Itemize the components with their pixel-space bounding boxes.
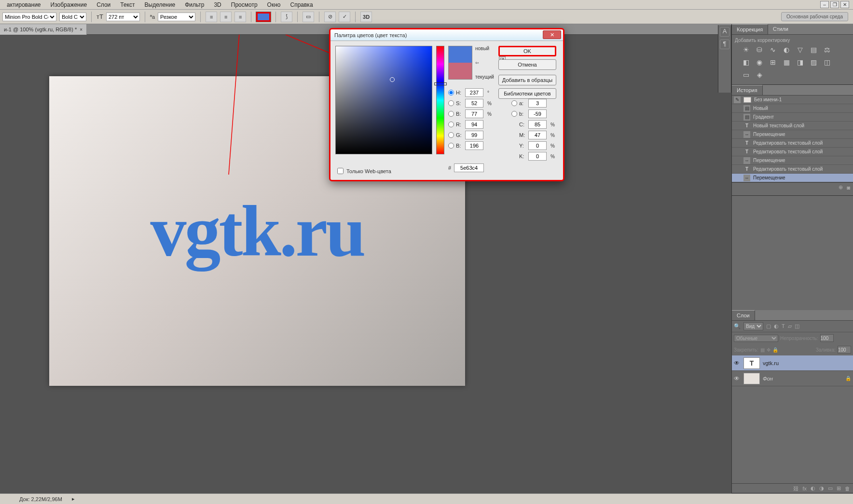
input-g[interactable] [465,131,483,139]
radio-bl[interactable] [448,143,454,149]
tab-layers[interactable]: Слои [732,310,755,320]
visibility-icon[interactable]: 👁 [734,360,741,367]
history-item[interactable]: TНовый текстовый слой [732,122,853,130]
bw-icon[interactable]: ◧ [742,58,750,66]
document-tab[interactable]: и-1 @ 100% (vgtk.ru, RGB/8) * × [0,24,87,35]
window-minimize-icon[interactable]: – [820,1,829,8]
selective-color-icon[interactable]: ◈ [755,71,764,79]
exposure-icon[interactable]: ◐ [782,46,791,54]
filter-smart-icon[interactable]: ◫ [795,323,799,329]
tab-styles[interactable]: Стили [768,24,793,34]
hue-sat-icon[interactable]: ▤ [809,46,818,54]
brightness-icon[interactable]: ☀ [742,46,750,54]
radio-g[interactable] [448,132,454,138]
history-doc-row[interactable]: ✎ Без имени-1 [732,95,853,104]
radio-a[interactable] [511,100,517,106]
hue-slider[interactable] [436,46,444,154]
radio-r[interactable] [448,122,454,127]
threshold-icon[interactable]: ◫ [823,58,831,66]
history-item[interactable]: TРедактировать текстовый слой [732,165,853,174]
menu-help[interactable]: Справка [285,0,317,9]
lock-pixels-icon[interactable]: ▦ [760,347,765,353]
radio-h[interactable] [448,90,454,95]
color-field[interactable] [335,46,432,154]
antialias-select[interactable]: Резкое [158,13,195,21]
layer-name[interactable]: vgtk.ru [763,360,779,366]
input-s[interactable] [465,99,483,108]
history-item[interactable]: ↔Перемещение [732,130,853,139]
fill-input[interactable] [838,346,851,354]
menu-view[interactable]: Просмотр [226,0,262,9]
history-item[interactable]: ↔Перемещение [732,174,853,182]
filter-shape-icon[interactable]: ▱ [788,323,792,329]
window-close-icon[interactable]: ✕ [840,1,849,8]
posterize-icon[interactable]: ▨ [809,58,818,66]
history-item[interactable]: TРедактировать текстовый слой [732,148,853,156]
opacity-input[interactable] [820,334,834,342]
blend-mode-select[interactable]: Обычные [734,335,778,342]
dialog-close-button[interactable]: ✕ [543,30,561,39]
current-color-swatch[interactable] [449,63,472,79]
layer-filter-kind[interactable]: Вид [743,322,763,330]
status-arrow-icon[interactable]: ▸ [72,496,75,502]
history-item[interactable]: ▤Градиент [732,113,853,122]
hue-marker-icon[interactable] [434,82,447,85]
lock-all-icon[interactable]: 🔒 [772,347,778,353]
font-family-select[interactable]: Minion Pro Bold Cond [2,13,56,21]
input-bl[interactable] [465,141,483,150]
align-right-icon[interactable]: ≡ [234,12,246,22]
canvas-text[interactable]: vgtk.ru [151,190,364,272]
menu-select[interactable]: Выделение [140,0,180,9]
align-left-icon[interactable]: ≡ [206,12,217,22]
cancel-button[interactable]: Отмена [498,59,556,70]
menu-filter[interactable]: Фильтр [180,0,209,9]
cancel-icon[interactable]: ⊘ [324,12,336,22]
3d-button[interactable]: 3D [360,12,372,22]
tab-history[interactable]: История [732,85,763,95]
text-color-swatch[interactable] [256,12,271,22]
warp-text-icon[interactable]: ⟆ [281,12,292,22]
menu-3d[interactable]: 3D [209,0,226,9]
history-item[interactable]: TРедактировать текстовый слой [732,139,853,148]
window-restore-icon[interactable]: ❐ [830,1,839,8]
layer-mask-icon[interactable]: ◐ [811,485,815,491]
input-y[interactable] [528,141,547,150]
vibrance-icon[interactable]: ▽ [796,46,804,54]
new-group-icon[interactable]: ▭ [828,485,833,491]
ok-button[interactable]: OK [498,46,556,56]
filter-adjust-icon[interactable]: ◐ [774,323,779,329]
radio-b[interactable] [448,111,454,117]
layer-fx-icon[interactable]: fx [802,486,807,491]
dialog-titlebar[interactable]: Палитра цветов (цвет текста) ✕ [330,29,563,41]
menu-window[interactable]: Окно [262,0,286,9]
layer-name[interactable]: Фон [763,376,773,381]
photo-filter-icon[interactable]: ◉ [755,58,764,66]
channel-mixer-icon[interactable]: ⊞ [769,58,777,66]
layer-row[interactable]: 👁 Фон 🔒 [732,371,853,386]
history-item[interactable]: ↔Перемещение [732,156,853,165]
color-balance-icon[interactable]: ⚖ [823,46,831,54]
input-a[interactable] [528,99,547,108]
font-style-select[interactable]: Bold C… [59,13,86,21]
invert-icon[interactable]: ◨ [796,58,804,66]
input-hex[interactable] [454,163,484,172]
character-panel-icon[interactable]: ▭ [303,12,314,22]
add-swatch-button[interactable]: Добавить в образцы [498,75,556,85]
character-icon[interactable]: A [720,27,729,37]
link-layers-icon[interactable]: ⛓ [793,486,798,491]
input-r[interactable] [465,120,483,129]
new-snapshot-icon[interactable]: ⊕ [839,184,843,191]
align-center-icon[interactable]: ≡ [220,12,232,22]
input-b[interactable] [465,109,483,118]
camera-icon[interactable]: ◙ [847,185,850,191]
delete-layer-icon[interactable]: 🗑 [845,486,850,491]
web-only-checkbox[interactable]: Только Web-цвета [337,168,391,174]
visibility-icon[interactable]: 👁 [734,375,741,382]
input-k[interactable] [528,152,547,161]
filter-type-icon[interactable]: T [782,323,785,329]
input-h[interactable] [465,88,483,97]
input-c[interactable] [528,120,547,129]
lookup-icon[interactable]: ▦ [782,58,791,66]
new-fill-icon[interactable]: ◑ [819,485,824,491]
filter-pixel-icon[interactable]: ▢ [766,323,771,329]
